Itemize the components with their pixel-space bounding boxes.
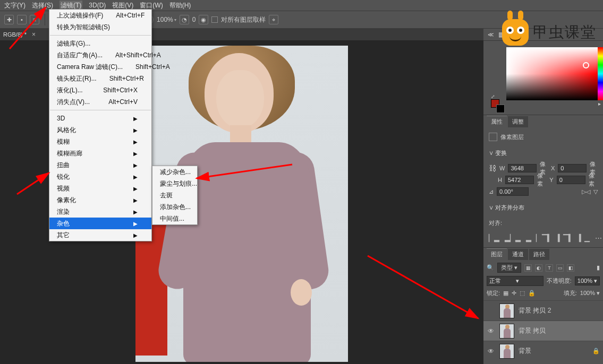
sample-all-layers-checkbox[interactable]	[211, 16, 218, 23]
lock-all-icon[interactable]: 🔒	[528, 290, 536, 297]
noise-submenu-item[interactable]: 添加杂色...	[152, 201, 197, 213]
pressure-icon[interactable]: ◉	[199, 15, 208, 24]
tab-channels[interactable]: 通道	[508, 249, 528, 260]
pixel-layer-icon	[489, 133, 497, 141]
filter-menu-item[interactable]: 液化(L)...Shift+Ctrl+X	[49, 84, 151, 96]
fill-input[interactable]: 100% ▾	[580, 290, 600, 297]
filter-menu-item[interactable]: 视频▶	[49, 183, 151, 194]
lock-position-icon[interactable]: ✛	[512, 290, 516, 297]
transform-section-header[interactable]: ∨ 变换	[483, 146, 603, 159]
filter-menu-item[interactable]: 像素化▶	[49, 194, 151, 206]
angle-value[interactable]: 0	[192, 16, 196, 23]
filter-pixel-icon[interactable]: ▦	[524, 264, 532, 272]
menu-help[interactable]: 帮助(H)	[169, 1, 191, 10]
noise-submenu-item[interactable]: 减少杂色...	[152, 166, 197, 178]
filter-menu-item[interactable]: 杂色▶	[49, 218, 151, 229]
panel-collapse-icon[interactable]: ≪	[488, 31, 494, 38]
noise-submenu-item[interactable]: 蒙尘与划痕...	[152, 178, 197, 189]
layer-row[interactable]: 背景 拷贝 2	[483, 300, 603, 320]
x-input[interactable]	[558, 164, 587, 172]
sample-all-layers-label: 对所有图层取样	[221, 15, 266, 24]
align-hcenter-icon[interactable]: ▂▏▂	[505, 234, 521, 242]
menu-3d[interactable]: 3D(D)	[89, 2, 106, 9]
add-swatch-icon[interactable]: ▸	[598, 101, 601, 107]
filter-menu-item[interactable]: Camera Raw 滤镜(C)...Shift+Ctrl+A	[49, 61, 151, 73]
noise-submenu-item[interactable]: 去斑	[152, 189, 197, 201]
tab-adjustments[interactable]: 调整	[508, 116, 528, 127]
flip-h-icon[interactable]: ▷◁	[582, 188, 590, 195]
width-input[interactable]	[508, 164, 537, 172]
angle-input[interactable]	[497, 187, 529, 196]
flip-v-icon[interactable]: ▽	[593, 188, 598, 195]
tab-properties[interactable]: 属性	[487, 116, 507, 127]
align-vcenter-icon[interactable]: ▍▔▍	[558, 234, 574, 242]
filter-menu-item[interactable]: 其它▶	[49, 229, 151, 241]
filter-menu-item[interactable]: 镜头校正(R)...Shift+Ctrl+R	[49, 73, 151, 84]
layers-panel: 图层 通道 路径 🔍 类型 ▾ ▦ ◐ T ▭ ◧ ▮ 正常 ▾ 不透明度: 1…	[483, 247, 603, 364]
bandage-tool-icon[interactable]: ✚	[4, 15, 14, 24]
hue-slider[interactable]	[598, 47, 603, 100]
align-bottom-icon[interactable]: ▍▁	[579, 234, 590, 242]
align-left-icon[interactable]: ▏▂	[489, 234, 499, 242]
color-picker-ring	[583, 62, 589, 68]
link-wh-icon[interactable]: ⛓	[489, 164, 496, 172]
filter-adjust-icon[interactable]: ◐	[535, 264, 542, 272]
layer-row[interactable]: 👁背景🔒	[483, 341, 603, 361]
opacity-input[interactable]: 100% ▾	[575, 276, 600, 285]
align-more-icon[interactable]: ⋯	[595, 234, 602, 242]
filter-menu-item[interactable]: 渲染▶	[49, 206, 151, 218]
height-input[interactable]	[505, 176, 534, 184]
align-right-icon[interactable]: ▂▕	[526, 234, 537, 242]
color-spectrum[interactable]	[506, 47, 598, 100]
layer-visibility-icon[interactable]: 👁	[487, 327, 495, 335]
blend-mode-select[interactable]: 正常 ▾	[487, 276, 543, 286]
filter-menu-item[interactable]: 模糊画廊▶	[49, 148, 151, 159]
menu-select[interactable]: 选择(S)	[32, 1, 53, 10]
color-swatch-icon[interactable]: ▦	[498, 31, 504, 38]
filter-menu-item[interactable]: 3D▶	[49, 112, 151, 124]
y-input[interactable]	[557, 176, 585, 184]
layer-name: 背景 拷贝	[519, 326, 546, 335]
layer-row[interactable]: 👁背景 拷贝	[483, 320, 603, 341]
angle-icon[interactable]: ◔	[180, 15, 189, 24]
filter-menu-item[interactable]: 锐化▶	[49, 171, 151, 183]
layer-thumbnail[interactable]	[499, 344, 514, 359]
filter-shape-icon[interactable]: ▭	[556, 264, 564, 272]
smoothing-value[interactable]: 100%▾	[157, 16, 176, 23]
close-tab-icon[interactable]: ×	[32, 31, 36, 38]
filter-menu-item[interactable]: 模糊▶	[49, 136, 151, 148]
layer-visibility-icon[interactable]: 👁	[487, 348, 495, 355]
tab-layers[interactable]: 图层	[487, 248, 507, 260]
tab-paths[interactable]: 路径	[529, 249, 549, 260]
layer-list: 背景 拷贝 2👁背景 拷贝👁背景🔒	[483, 300, 603, 361]
layer-thumbnail[interactable]	[499, 324, 514, 339]
filter-menu-item[interactable]: 风格化▶	[49, 124, 151, 136]
filter-menu-item[interactable]: 滤镜库(G)...	[49, 38, 151, 49]
filter-menu-dropdown: 上次滤镜操作(F)Alt+Ctrl+F转换为智能滤镜(S)滤镜库(G)...自适…	[49, 9, 152, 241]
lock-icon: 🔒	[592, 348, 600, 354]
filter-menu-item[interactable]: 转换为智能滤镜(S)	[49, 21, 151, 33]
lock-artboard-icon[interactable]: ⬚	[520, 290, 525, 297]
filter-menu-item[interactable]: 自适应广角(A)...Alt+Shift+Ctrl+A	[49, 49, 151, 61]
background-color-swatch[interactable]	[496, 105, 505, 113]
filter-smart-icon[interactable]: ◧	[567, 264, 574, 272]
filter-menu-item[interactable]: 扭曲▶	[49, 159, 151, 171]
brush-preset-icon[interactable]: •	[17, 15, 27, 24]
filter-menu-item[interactable]: 上次滤镜操作(F)Alt+Ctrl+F	[49, 10, 151, 21]
menu-text[interactable]: 文字(Y)	[4, 1, 26, 10]
diffusion-icon[interactable]: ⌖	[269, 15, 278, 24]
swap-colors-icon[interactable]: ⤢	[491, 94, 495, 99]
lock-pixels-icon[interactable]: ▦	[503, 290, 508, 297]
menu-window[interactable]: 窗口(W)	[140, 1, 163, 10]
noise-submenu-item[interactable]: 中间值...	[152, 213, 197, 224]
menu-view[interactable]: 视图(V)	[112, 1, 133, 10]
filter-toggle-icon[interactable]: ▮	[597, 264, 600, 271]
filter-kind-icon[interactable]: 🔍	[487, 264, 494, 271]
brush-settings-icon[interactable]: ≡	[30, 15, 39, 24]
align-top-icon[interactable]: ▔▍	[542, 234, 553, 242]
filter-type-icon[interactable]: T	[546, 264, 553, 272]
filter-menu-item[interactable]: 消失点(V)...Alt+Ctrl+V	[49, 96, 151, 108]
layer-thumbnail[interactable]	[499, 304, 514, 318]
filter-kind-select[interactable]: 类型 ▾	[497, 263, 521, 273]
align-section-header[interactable]: ∨ 对齐并分布	[483, 201, 603, 214]
